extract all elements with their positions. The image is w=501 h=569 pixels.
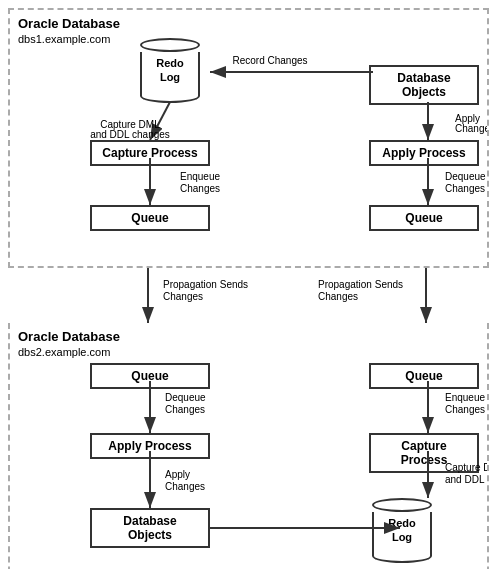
top-db-sublabel: dbs1.example.com <box>18 33 120 45</box>
cylinder-bottom-cap <box>140 89 200 103</box>
cylinder-body: RedoLog <box>140 52 200 91</box>
top-queue-left: Queue <box>90 205 210 231</box>
bot-dequeue-label2: Changes <box>165 404 205 415</box>
bottom-cylinder-bottom-cap <box>372 549 432 563</box>
bottom-database-objects: Database Objects <box>90 508 210 548</box>
bot-dequeue-label: Dequeue <box>165 392 206 403</box>
bottom-cylinder-body: RedoLog <box>372 512 432 551</box>
apply-changes-label2: Changes <box>455 123 487 134</box>
top-redo-log: RedoLog <box>140 38 200 103</box>
propagation-svg: Propagation Sends Changes Propagation Se… <box>8 268 489 323</box>
capture-ddl-label: and DDL changes <box>90 129 170 140</box>
bottom-capture-process: Capture Process <box>369 433 479 473</box>
bot-apply-label2: Changes <box>165 481 205 492</box>
cylinder-top <box>140 38 200 52</box>
top-capture-process: Capture Process <box>90 140 210 166</box>
bottom-queue-left: Queue <box>90 363 210 389</box>
dequeue-changes-label2: Changes <box>445 183 485 194</box>
bottom-redo-log: RedoLog <box>372 498 432 563</box>
dequeue-changes-label: Dequeue <box>445 171 486 182</box>
bot-enqueue-label2: Changes <box>445 404 485 415</box>
prop-right-label1: Propagation Sends <box>318 279 403 290</box>
diagram: Oracle Database dbs1.example.com RedoLog… <box>8 8 489 569</box>
top-section: Oracle Database dbs1.example.com RedoLog… <box>8 8 489 268</box>
enqueue-changes-label2: Changes <box>180 183 220 194</box>
capture-dml-label: Capture DML <box>100 119 160 130</box>
prop-left-label1: Propagation Sends <box>163 279 248 290</box>
top-apply-process: Apply Process <box>369 140 479 166</box>
bottom-apply-process: Apply Process <box>90 433 210 459</box>
apply-changes-label: Apply <box>455 113 480 124</box>
bottom-section: Oracle Database dbs2.example.com Queue Q… <box>8 323 489 569</box>
svg-line-2 <box>150 102 170 140</box>
bottom-db-sublabel: dbs2.example.com <box>18 346 120 358</box>
top-database-objects: Database Objects <box>369 65 479 105</box>
enqueue-changes-label: Enqueue <box>180 171 220 182</box>
prop-right-label2: Changes <box>318 291 358 302</box>
top-db-label: Oracle Database <box>18 16 120 31</box>
prop-left-label2: Changes <box>163 291 203 302</box>
bot-enqueue-label: Enqueue <box>445 392 485 403</box>
bot-apply-label: Apply <box>165 469 190 480</box>
top-queue-right: Queue <box>369 205 479 231</box>
bottom-cylinder-top <box>372 498 432 512</box>
bottom-db-label: Oracle Database <box>18 329 120 344</box>
bottom-queue-right: Queue <box>369 363 479 389</box>
bot-capture-label2: and DDL Changes <box>445 474 487 485</box>
record-changes-label: Record Changes <box>232 55 307 66</box>
main-container: Oracle Database dbs1.example.com RedoLog… <box>0 0 501 569</box>
